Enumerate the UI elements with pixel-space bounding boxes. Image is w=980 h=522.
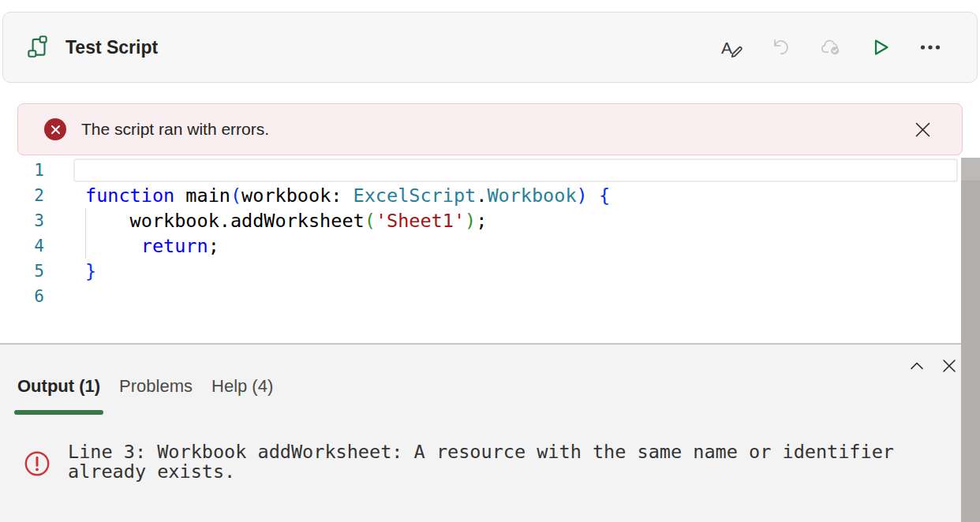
panel-tabs: Output (1)ProblemsHelp (4) (17, 376, 273, 397)
tab-output-1[interactable]: Output (1) (17, 376, 100, 397)
line-number: 3 (0, 208, 44, 233)
output-error-icon (24, 450, 50, 480)
code-text: workbook.addWorksheet('Sheet1'); (85, 208, 487, 233)
editor-line[interactable]: 3 workbook.addWorksheet('Sheet1'); (0, 208, 961, 233)
code-text: return; (85, 233, 219, 259)
panel-controls (908, 357, 958, 375)
editor-line[interactable]: 4 return; (0, 233, 961, 259)
tab-help-4[interactable]: Help (4) (211, 376, 273, 397)
error-badge-icon (44, 118, 66, 140)
error-banner: The script ran with errors. (17, 103, 963, 155)
tab-problems[interactable]: Problems (119, 376, 193, 397)
line-number: 5 (0, 259, 44, 284)
code-text: function main(workbook: ExcelScript.Work… (85, 183, 610, 208)
line-number: 2 (0, 183, 44, 208)
error-banner-message: The script ran with errors. (81, 120, 269, 139)
expand-panel-button[interactable] (908, 357, 926, 375)
undo-button[interactable] (769, 35, 793, 59)
more-options-button[interactable] (918, 35, 942, 59)
rename-button[interactable]: A (720, 35, 743, 59)
scrollbar-thumb[interactable] (961, 158, 980, 181)
code-editor[interactable]: 12function main(workbook: ExcelScript.Wo… (0, 158, 961, 342)
saved-to-cloud-icon (819, 35, 843, 59)
editor-line[interactable]: 6 (0, 284, 961, 309)
vertical-scrollbar[interactable] (961, 158, 980, 522)
office-scripts-pane: Test Script A (0, 0, 980, 522)
run-icon (869, 35, 892, 59)
header-toolbar: A (720, 35, 942, 59)
editor-lines: 12function main(workbook: ExcelScript.Wo… (0, 158, 961, 309)
undo-icon (769, 35, 793, 59)
chevron-up-icon (908, 357, 926, 375)
output-message-row: Line 3: Workbook addWorksheet: A resourc… (24, 442, 920, 481)
rename-icon: A (721, 39, 732, 57)
code-text: } (85, 259, 96, 284)
more-options-icon (918, 35, 942, 59)
output-message: Line 3: Workbook addWorksheet: A resourc… (68, 442, 920, 481)
close-panel-button[interactable] (941, 357, 958, 375)
close-icon (914, 121, 932, 139)
run-button[interactable] (869, 35, 892, 59)
editor-line[interactable]: 5} (0, 259, 961, 284)
line-number: 6 (0, 284, 44, 309)
editor-line[interactable]: 2function main(workbook: ExcelScript.Wor… (0, 183, 961, 208)
current-line-highlight (73, 158, 958, 182)
saved-to-cloud-button[interactable] (819, 35, 843, 59)
editor-line[interactable]: 1 (0, 158, 961, 183)
output-panel: Output (1)ProblemsHelp (4) Line 3: Workb… (0, 343, 980, 522)
close-icon (941, 358, 957, 374)
line-number: 1 (0, 158, 44, 183)
error-banner-close-button[interactable] (914, 121, 932, 139)
script-icon (24, 34, 51, 61)
script-title: Test Script (65, 37, 158, 58)
script-header-card: Test Script A (2, 12, 978, 83)
line-number: 4 (0, 233, 44, 259)
